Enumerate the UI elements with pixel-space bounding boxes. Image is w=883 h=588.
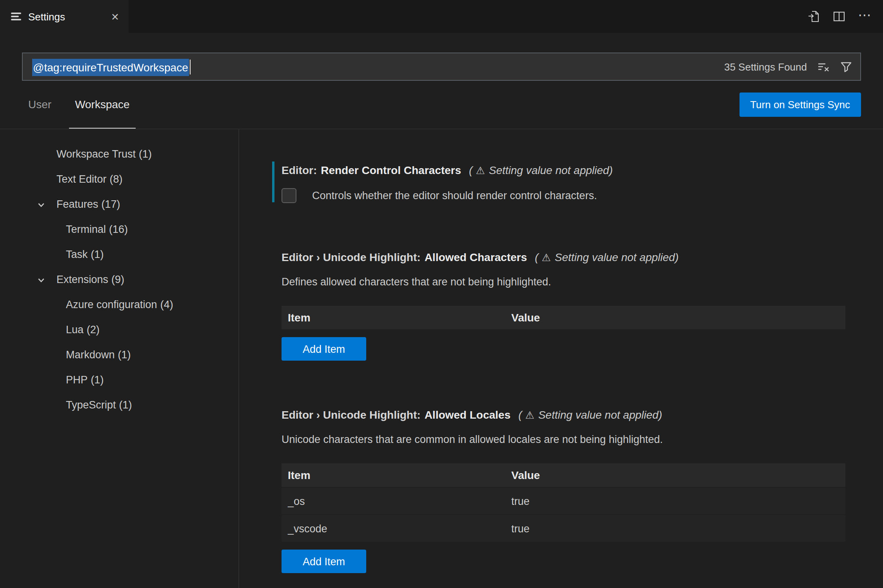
table-row[interactable]: _vscode true xyxy=(282,514,845,542)
column-header-value: Value xyxy=(505,469,845,481)
search-controls: 35 Settings Found xyxy=(724,60,852,73)
editor-actions: ⋯ xyxy=(808,0,872,33)
split-editor-icon[interactable] xyxy=(833,10,845,23)
allowed-characters-table: Item Value xyxy=(282,306,845,329)
selected-text: @tag:requireTrustedWorkspace xyxy=(32,58,189,76)
setting-render-control-characters: Editor:Render Control Characters(⚠Settin… xyxy=(282,161,883,203)
add-item-button[interactable]: Add Item xyxy=(282,550,366,573)
settings-toc: Workspace Trust(1) Text Editor(8) Featur… xyxy=(0,129,239,588)
row-item-cell: _os xyxy=(282,495,505,507)
toc-item-markdown[interactable]: Markdown(1) xyxy=(0,343,238,368)
column-header-item: Item xyxy=(282,311,505,324)
setting-not-applied-annotation: (⚠Setting value not applied) xyxy=(518,408,662,421)
setting-control-row: Controls whether the editor should rende… xyxy=(282,188,883,203)
settings-tab-icon xyxy=(11,13,21,20)
close-icon[interactable]: ✕ xyxy=(109,9,121,24)
toc-item-lua[interactable]: Lua(2) xyxy=(0,318,238,343)
table-header: Item Value xyxy=(282,306,845,329)
row-item-cell: _vscode xyxy=(282,523,505,534)
chevron-down-icon[interactable] xyxy=(37,267,45,292)
toc-item-typescript[interactable]: TypeScript(1) xyxy=(0,393,238,418)
setting-unicode-highlight-allowed-locales: Editor › Unicode Highlight:Allowed Local… xyxy=(282,405,883,573)
open-settings-json-icon[interactable] xyxy=(808,10,820,23)
toc-item-workspace-trust[interactable]: Workspace Trust(1) xyxy=(0,142,238,167)
toc-item-extensions[interactable]: Extensions(9) xyxy=(0,267,238,292)
settings-body: Workspace Trust(1) Text Editor(8) Featur… xyxy=(0,129,883,588)
editor-tab-bar: Settings ✕ ⋯ xyxy=(0,0,883,33)
warning-icon: ⚠ xyxy=(476,165,485,176)
toc-item-task[interactable]: Task(1) xyxy=(0,242,238,267)
setting-unicode-highlight-allowed-characters: Editor › Unicode Highlight:Allowed Chara… xyxy=(282,248,883,361)
row-value-cell: true xyxy=(505,495,845,507)
vscode-settings-editor: Settings ✕ ⋯ @tag:requireTrustedWorkspac… xyxy=(0,0,883,588)
tab-workspace-label: Workspace xyxy=(75,98,130,111)
tab-workspace[interactable]: Workspace xyxy=(69,81,136,129)
chevron-down-icon[interactable] xyxy=(37,192,45,217)
more-actions-icon[interactable]: ⋯ xyxy=(858,8,872,25)
setting-not-applied-annotation: (⚠Setting value not applied) xyxy=(535,251,679,263)
setting-title: Editor › Unicode Highlight:Allowed Local… xyxy=(282,405,883,425)
render-control-characters-checkbox[interactable] xyxy=(282,188,296,203)
search-row: @tag:requireTrustedWorkspace 35 Settings… xyxy=(22,53,861,81)
turn-on-settings-sync-button[interactable]: Turn on Settings Sync xyxy=(739,93,861,117)
setting-description: Unicode characters that are common in al… xyxy=(282,430,883,449)
setting-description: Defines allowed characters that are not … xyxy=(282,273,883,292)
setting-not-applied-annotation: (⚠Setting value not applied) xyxy=(469,164,613,176)
toc-item-php[interactable]: PHP(1) xyxy=(0,368,238,393)
add-item-button[interactable]: Add Item xyxy=(282,337,366,361)
search-query-text: @tag:requireTrustedWorkspace xyxy=(32,59,191,74)
setting-title: Editor:Render Control Characters(⚠Settin… xyxy=(282,161,883,180)
column-header-value: Value xyxy=(505,311,845,324)
toc-item-text-editor[interactable]: Text Editor(8) xyxy=(0,167,238,192)
allowed-locales-table: Item Value _os true _vscode true xyxy=(282,463,845,542)
tab-title: Settings xyxy=(28,11,102,22)
warning-icon: ⚠ xyxy=(541,252,551,263)
settings-list: Editor:Render Control Characters(⚠Settin… xyxy=(239,129,883,588)
row-value-cell: true xyxy=(505,523,845,534)
filter-icon[interactable] xyxy=(840,60,852,73)
warning-icon: ⚠ xyxy=(525,409,534,421)
setting-title: Editor › Unicode Highlight:Allowed Chara… xyxy=(282,248,883,267)
table-row[interactable]: _os true xyxy=(282,487,845,514)
settings-found-count: 35 Settings Found xyxy=(724,61,807,73)
toc-item-features[interactable]: Features(17) xyxy=(0,192,238,217)
toc-item-azure-configuration[interactable]: Azure configuration(4) xyxy=(0,292,238,318)
table-header: Item Value xyxy=(282,463,845,487)
tab-user[interactable]: User xyxy=(22,81,58,129)
tab-user-label: User xyxy=(28,98,51,111)
toc-item-terminal[interactable]: Terminal(16) xyxy=(0,217,238,242)
settings-header: User Workspace Turn on Settings Sync xyxy=(0,81,883,129)
setting-description: Controls whether the editor should rende… xyxy=(312,190,597,201)
settings-search-input[interactable]: @tag:requireTrustedWorkspace 35 Settings… xyxy=(22,53,861,81)
clear-settings-search-icon[interactable] xyxy=(817,60,830,73)
text-cursor xyxy=(190,59,191,74)
tab-settings[interactable]: Settings ✕ xyxy=(0,0,129,33)
column-header-item: Item xyxy=(282,469,505,481)
